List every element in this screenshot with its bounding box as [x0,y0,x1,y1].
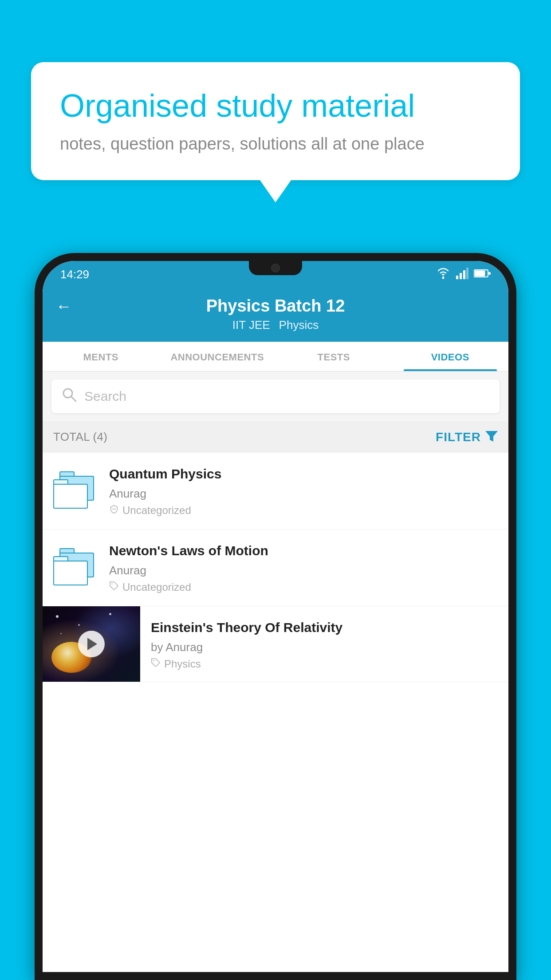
tab-tests[interactable]: TESTS [276,342,392,371]
filter-button[interactable]: FILTER [436,429,498,445]
folder-icon-quantum [53,471,98,511]
svg-rect-2 [460,273,462,279]
svg-line-9 [71,397,76,401]
back-button[interactable]: ← [56,297,72,316]
app-bar-subtitle1: IIT JEE [232,318,270,332]
app-bar-subtitle2: Physics [279,318,319,332]
camera-notch [271,264,280,273]
tag-label: Uncategorized [122,504,191,517]
search-icon [61,387,77,406]
einstein-thumbnail [43,606,140,682]
video-title: Quantum Physics [109,465,498,482]
einstein-info: Einstein's Theory Of Relativity by Anura… [140,606,508,679]
bubble-subtitle: notes, question papers, solutions all at… [60,134,491,154]
app-bar-title: Physics Batch 12 [206,296,345,316]
svg-rect-7 [488,272,491,275]
app-bar: ← Physics Batch 12 IIT JEE Physics [43,288,508,342]
search-bar[interactable]: Search [51,379,500,413]
speech-bubble-tail [260,180,291,202]
tag-label: Uncategorized [122,581,191,593]
video-title: Newton's Laws of Motion [109,542,498,559]
app-bar-top: ← Physics Batch 12 [56,296,495,316]
video-tag: Uncategorized [109,581,498,593]
play-triangle-icon [87,638,97,650]
tab-announcements[interactable]: ANNOUNCEMENTS [159,342,276,371]
search-bar-container: Search [43,371,508,421]
svg-rect-1 [456,276,458,279]
filter-icon [485,429,498,445]
search-input[interactable]: Search [84,389,126,404]
speech-bubble-wrapper: Organised study material notes, question… [31,62,520,202]
filter-bar: TOTAL (4) FILTER [43,421,508,453]
svg-rect-6 [475,271,485,277]
wifi-icon [436,268,451,281]
phone-notch [249,261,302,275]
tag-label: Physics [164,658,201,670]
play-button[interactable] [78,631,105,657]
video-list: Quantum Physics Anurag Uncategorized [43,453,508,972]
filter-label: FILTER [436,430,481,444]
svg-point-0 [442,277,445,279]
svg-marker-10 [485,431,498,442]
video-info-newton: Newton's Laws of Motion Anurag Uncategor… [109,542,498,593]
phone-frame: 14:29 [35,253,516,980]
folder-icon-newton [53,548,98,588]
tag-icon [109,504,119,517]
tab-ments[interactable]: MENTS [43,342,159,371]
video-author: by Anurag [151,640,498,654]
list-item[interactable]: Newton's Laws of Motion Anurag Uncategor… [43,530,508,606]
video-info-quantum: Quantum Physics Anurag Uncategorized [109,465,498,517]
video-author: Anurag [109,487,498,501]
speech-bubble: Organised study material notes, question… [31,62,520,180]
bubble-title: Organised study material [60,87,491,125]
phone-screen: 14:29 [43,261,508,972]
tab-bar: MENTS ANNOUNCEMENTS TESTS VIDEOS [43,342,508,371]
list-item[interactable]: Quantum Physics Anurag Uncategorized [43,453,508,530]
svg-rect-4 [466,268,468,279]
tag-icon [109,581,119,593]
total-count: TOTAL (4) [53,430,107,444]
battery-icon [474,269,491,280]
video-title: Einstein's Theory Of Relativity [151,619,498,636]
video-tag: Uncategorized [109,504,498,517]
svg-rect-3 [463,270,465,279]
video-tag: Physics [151,658,498,670]
tab-videos[interactable]: VIDEOS [392,342,509,371]
status-icons [436,268,491,281]
signal-icon [456,268,468,281]
app-bar-subtitle: IIT JEE Physics [56,318,495,332]
tag-icon [151,658,161,670]
status-time: 14:29 [60,268,89,281]
list-item[interactable]: Einstein's Theory Of Relativity by Anura… [43,606,508,682]
video-author: Anurag [109,564,498,577]
